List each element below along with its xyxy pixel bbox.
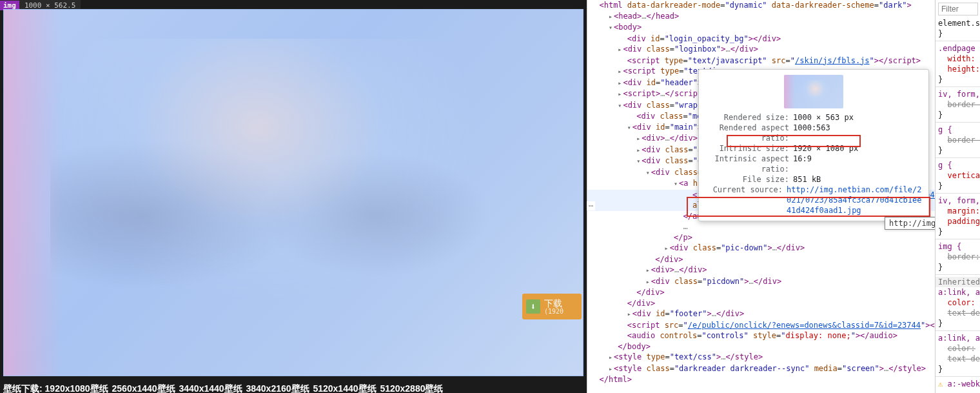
style-prop[interactable]: width: <box>947 54 975 63</box>
download-label: 下载 <box>544 299 564 308</box>
popup-value: 16:9 <box>793 154 812 174</box>
dom-node[interactable]: </body> <box>587 341 935 352</box>
dom-src-link[interactable]: /e/public/onclick/?enews=donews&classid=… <box>688 321 921 330</box>
popup-thumbnail <box>784 75 843 108</box>
dom-node[interactable]: <html data-darkreader-mode="dynamic" dat… <box>587 0 935 11</box>
resolution-link[interactable]: 2560x1440壁纸 <box>112 383 175 393</box>
download-sublabel: (1920 <box>544 308 564 315</box>
style-prop[interactable]: padding <box>947 217 980 226</box>
dom-node[interactable]: <div>…</div> <box>587 265 935 276</box>
style-rule[interactable]: a:link, a: <box>936 287 980 297</box>
popup-label: Intrinsic aspect ratio: <box>705 154 789 174</box>
popup-label: Current source: <box>705 185 783 216</box>
style-prop[interactable]: margin: <box>947 207 980 216</box>
style-prop[interactable]: color: <box>947 344 975 353</box>
page-preview-pane: img 1000 × 562.5 ⬇ 下载 (1920 壁纸下载: 1920x1… <box>0 0 587 393</box>
popup-source-link[interactable]: http://img.netbian.com/file/2021/0723/85… <box>787 185 922 216</box>
style-rule: } <box>936 318 980 328</box>
popup-label: File size: <box>705 174 789 185</box>
gutter-ellipsis-icon[interactable]: ⋯ <box>587 201 595 210</box>
style-rule: } <box>936 181 980 191</box>
style-rule[interactable]: img { <box>936 241 980 252</box>
style-rule[interactable]: g { <box>936 160 980 170</box>
dom-node[interactable]: <div class="picdown">…</div> <box>587 276 935 288</box>
badge-dimensions: 1000 × 562.5 <box>19 1 81 10</box>
style-rule: } <box>936 262 980 272</box>
dom-node[interactable]: </div> <box>587 254 935 265</box>
resolution-prefix: 壁纸下载: <box>3 383 43 393</box>
dom-node[interactable]: </div> <box>587 287 935 298</box>
popup-value: 1000 × 563 px <box>793 112 854 123</box>
resolution-link[interactable]: 5120x2880壁纸 <box>380 383 443 393</box>
style-rule: } <box>936 74 980 85</box>
popup-label: Rendered size: <box>705 112 789 123</box>
dom-node[interactable]: <head>…</head> <box>587 11 935 23</box>
inherited-header: Inherited fro <box>936 277 980 287</box>
popup-value: 851 kB <box>793 174 821 185</box>
style-rule[interactable]: a:link, a: <box>936 333 980 343</box>
popup-value: 1000:563 <box>793 123 830 143</box>
dom-node[interactable]: <script src="/e/public/onclick/?enews=do… <box>587 320 935 331</box>
dom-node[interactable]: </html> <box>587 374 935 385</box>
styles-filter-input[interactable] <box>938 3 978 15</box>
style-prop[interactable]: color: <box>947 298 975 307</box>
style-prop[interactable]: border: <box>947 252 980 261</box>
style-rule[interactable]: a:-webkit <box>947 379 980 388</box>
style-prop[interactable]: text-de <box>947 308 980 317</box>
popup-label: Intrinsic size: <box>705 143 789 154</box>
inspected-image[interactable]: ⬇ 下载 (1920 <box>3 9 583 376</box>
style-rule[interactable]: .endpage . <box>936 43 980 54</box>
dom-node[interactable]: <audio controls="controls" style="displa… <box>587 330 935 341</box>
warning-icon: ⚠ <box>938 379 943 388</box>
dom-node[interactable]: </p> <box>587 232 935 243</box>
dom-node[interactable]: <style class="darkreader darkreader--syn… <box>587 363 935 375</box>
style-prop[interactable]: border- <box>947 100 980 109</box>
style-rule: } <box>936 145 980 156</box>
download-arrow-icon: ⬇ <box>526 299 540 314</box>
dom-node[interactable]: <div class="loginbox">…</div> <box>587 44 935 55</box>
dom-node[interactable]: <body> <box>587 22 935 34</box>
dom-node[interactable]: <div id="footer">…</div> <box>587 308 935 320</box>
style-rule[interactable]: element.st <box>936 18 980 28</box>
popup-label: Rendered aspect ratio: <box>705 123 789 143</box>
resolution-link[interactable]: 5120x1440壁纸 <box>313 383 376 393</box>
styles-panel[interactable]: element.st } .endpage . width: height: }… <box>935 0 980 393</box>
style-rule: } <box>936 110 980 120</box>
dom-node[interactable]: </div> <box>587 298 935 309</box>
dom-node[interactable]: <div id="login_opacity_bg"></div> <box>587 34 935 45</box>
style-rule: } <box>936 227 980 237</box>
style-prop[interactable]: vertica <box>947 171 980 180</box>
download-button[interactable]: ⬇ 下载 (1920 <box>522 294 582 319</box>
style-prop[interactable]: text-de <box>947 354 980 363</box>
style-rule[interactable]: iv, form, <box>936 196 980 206</box>
style-rule[interactable]: g { <box>936 125 980 135</box>
dom-node[interactable]: <script type="text/javascript" src="/ski… <box>587 55 935 66</box>
resolution-link[interactable]: 3440x1440壁纸 <box>179 383 242 393</box>
dom-node[interactable]: <div class="pic-down">…</div> <box>587 243 935 254</box>
dom-node[interactable]: <style type="text/css">…</style> <box>587 352 935 363</box>
style-rule[interactable]: iv, form, <box>936 89 980 99</box>
resolution-link[interactable]: 3840x2160壁纸 <box>246 383 309 393</box>
style-prop[interactable]: border- <box>947 136 980 145</box>
style-prop[interactable]: height: <box>947 65 980 74</box>
popup-value: 1920 × 1080 px <box>793 143 858 154</box>
style-rule: } <box>936 364 980 374</box>
resolution-links: 壁纸下载: 1920x1080壁纸 2560x1440壁纸 3440x1440壁… <box>3 383 444 393</box>
resolution-link[interactable]: 1920x1080壁纸 <box>45 383 108 393</box>
dom-node[interactable]: … <box>587 221 935 232</box>
dom-src-link[interactable]: /skin/js/fbls.js <box>795 56 870 65</box>
style-rule: } <box>936 28 980 39</box>
image-info-popup: Rendered size:1000 × 563 px Rendered asp… <box>698 69 929 221</box>
